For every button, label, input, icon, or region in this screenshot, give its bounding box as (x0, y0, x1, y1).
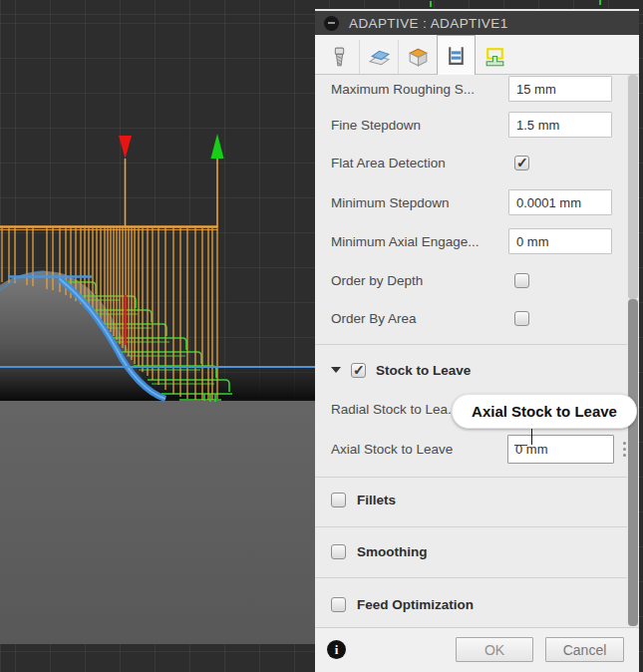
separator (315, 577, 627, 578)
toolpath-glimpse (430, 1, 432, 7)
arrow-down-icon (119, 136, 132, 159)
geometry-icon (367, 45, 392, 70)
field-label: Flat Area Detection (331, 156, 492, 170)
field-label: Maximum Roughing S... (331, 82, 492, 97)
field-row: Fine Stepdown (331, 111, 619, 139)
fillets-checkbox[interactable] (331, 493, 346, 507)
collapse-triangle-icon[interactable] (331, 367, 341, 373)
arrow-up-icon (211, 134, 224, 159)
tab-heights[interactable] (398, 40, 437, 74)
field-label: Order by Depth (331, 273, 492, 288)
adaptive-dialog: ADAPTIVE : ADAPTIVE1 (315, 0, 639, 672)
tab-linking[interactable] (476, 40, 514, 74)
feed-optimization-checkbox[interactable] (331, 597, 346, 612)
fine-stepdown-input[interactable] (508, 112, 612, 138)
field-label: Minimum Axial Engage... (331, 234, 492, 249)
separator (315, 477, 627, 478)
axial-stock-tooltip: Axial Stock to Leave (452, 394, 637, 429)
scrollbar-thumb[interactable] (628, 299, 638, 626)
dialog-content: Maximum Roughing S... Fine Stepdown Flat… (315, 75, 639, 627)
dialog-titlebar[interactable]: ADAPTIVE : ADAPTIVE1 (315, 9, 639, 35)
stock-to-leave-header[interactable]: Stock to Leave (331, 356, 619, 384)
info-icon[interactable]: i (327, 640, 346, 659)
tool-icon (327, 45, 352, 70)
field-label: Axial Stock to Leave (331, 442, 492, 457)
dialog-footer: i OK Cancel (315, 627, 639, 672)
minimum-stepdown-input[interactable] (508, 189, 612, 215)
field-row: Minimum Axial Engage... (331, 227, 619, 255)
feed-optimization-section-header[interactable]: Feed Optimization (331, 590, 619, 618)
field-row: Order by Depth (331, 266, 619, 294)
field-row: Flat Area Detection (331, 149, 619, 176)
flat-area-detection-checkbox[interactable] (514, 156, 529, 170)
field-row: Order By Area (331, 304, 619, 332)
dialog-tabbar (315, 35, 639, 75)
order-by-area-checkbox[interactable] (514, 311, 529, 326)
field-label: Minimum Stepdown (331, 195, 492, 210)
field-row: Minimum Stepdown (331, 188, 619, 216)
edit-underline (514, 445, 527, 446)
cancel-button[interactable]: Cancel (545, 637, 624, 662)
section-title: Fillets (357, 493, 396, 507)
minimum-axial-engagement-input[interactable] (508, 228, 612, 254)
viewport-gap (315, 0, 639, 9)
separator (315, 344, 627, 345)
dialog-title: ADAPTIVE : ADAPTIVE1 (349, 16, 508, 31)
fillets-section-header[interactable]: Fillets (331, 486, 619, 513)
ok-button[interactable]: OK (456, 637, 533, 662)
field-row: Maximum Roughing S... (331, 75, 619, 103)
text-caret (531, 428, 532, 445)
field-label: Order By Area (331, 311, 492, 326)
axial-stock-to-leave-input[interactable] (507, 435, 614, 464)
linking-icon (482, 45, 507, 70)
field-row: Axial Stock to Leave (331, 435, 619, 463)
panel-grip-icon[interactable] (324, 16, 339, 31)
field-label: Fine Stepdown (331, 118, 492, 133)
scrollbar-shade (628, 75, 638, 299)
separator (315, 526, 627, 527)
stock-to-leave-checkbox[interactable] (351, 363, 366, 378)
tab-passes[interactable] (437, 35, 476, 75)
max-roughing-stepdown-input[interactable] (508, 76, 612, 102)
passes-icon (444, 43, 469, 68)
section-title: Smoothing (357, 544, 428, 559)
field-options-menu-icon[interactable] (623, 442, 626, 457)
tab-tool[interactable] (320, 40, 359, 74)
smoothing-section-header[interactable]: Smoothing (331, 537, 619, 565)
order-by-depth-checkbox[interactable] (514, 273, 529, 288)
tab-geometry[interactable] (359, 40, 398, 74)
toolpath-overlay (0, 0, 315, 672)
heights-icon (406, 45, 431, 70)
smoothing-checkbox[interactable] (331, 544, 346, 559)
toolpath-glimpse (599, 0, 601, 5)
section-title: Feed Optimization (357, 597, 474, 612)
group-title: Stock to Leave (376, 363, 471, 378)
